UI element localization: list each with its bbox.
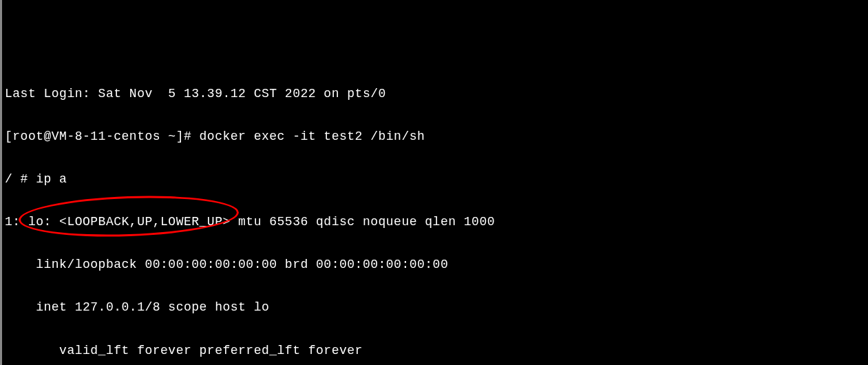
terminal-line: link/loopback 00:00:00:00:00:00 brd 00:0…	[5, 258, 865, 272]
terminal-line: Last Login: Sat Nov 5 13.39.12 CST 2022 …	[5, 87, 865, 101]
terminal-line: 1: lo: <LOOPBACK,UP,LOWER_UP> mtu 65536 …	[5, 215, 865, 229]
terminal-line: / # ip a	[5, 172, 865, 187]
terminal-line: valid_lft forever preferred_lft forever	[5, 344, 865, 358]
terminal-line: [root@VM-8-11-centos ~]# docker exec -it…	[5, 129, 865, 144]
terminal-window[interactable]: Last Login: Sat Nov 5 13.39.12 CST 2022 …	[5, 59, 865, 365]
terminal-line: inet 127.0.0.1/8 scope host lo	[5, 300, 865, 315]
